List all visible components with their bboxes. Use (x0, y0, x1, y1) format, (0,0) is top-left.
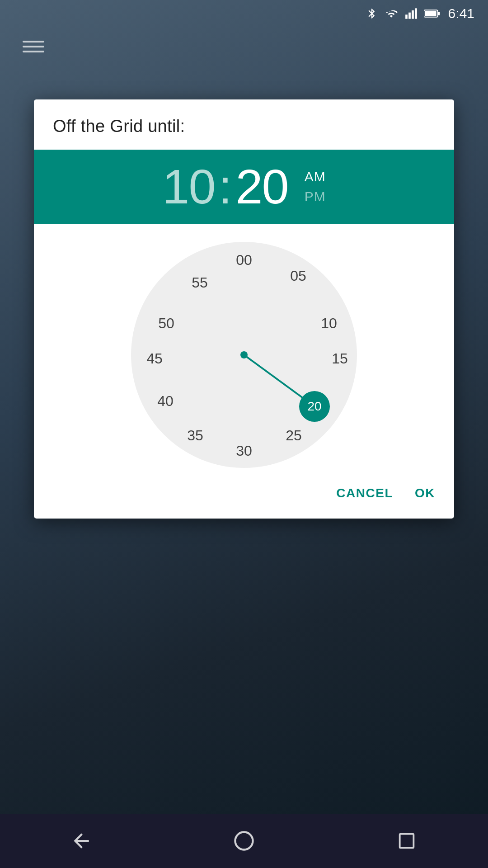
hamburger-line-2 (23, 46, 44, 47)
battery-icon (424, 8, 440, 19)
svg-rect-6 (438, 12, 440, 15)
time-minutes[interactable]: 20 (236, 162, 288, 211)
clock-container[interactable]: 00 05 10 15 20 25 30 35 40 45 50 55 (34, 224, 454, 477)
ok-button[interactable]: OK (415, 486, 435, 500)
recents-button[interactable] (393, 827, 420, 854)
selected-minute-dot[interactable]: 20 (299, 391, 330, 422)
status-time: 6:41 (448, 6, 474, 21)
pm-button[interactable]: PM (305, 189, 326, 205)
svg-rect-5 (425, 11, 436, 16)
signal-icon (405, 7, 418, 20)
selected-minute-value: 20 (307, 399, 321, 414)
dialog-header: Off the Grid until: (34, 99, 454, 150)
bluetooth-icon (366, 7, 378, 20)
clock-face[interactable]: 00 05 10 15 20 25 30 35 40 45 50 55 (131, 242, 357, 468)
hamburger-line-3 (23, 51, 44, 52)
svg-rect-0 (405, 14, 408, 19)
clock-hand-svg (131, 242, 357, 468)
svg-rect-3 (415, 8, 417, 19)
hamburger-line-1 (23, 41, 44, 42)
cancel-button[interactable]: CANCEL (336, 486, 393, 500)
svg-rect-1 (408, 13, 411, 19)
time-banner: 10 : 20 AM PM (34, 150, 454, 224)
ampm-container: AM PM (305, 169, 326, 205)
time-picker-dialog: Off the Grid until: 10 : 20 AM PM 00 05 … (34, 99, 454, 519)
home-button[interactable] (230, 827, 258, 854)
dialog-actions: CANCEL OK (34, 477, 454, 519)
status-icons (366, 7, 440, 20)
svg-rect-10 (400, 834, 414, 848)
svg-point-9 (235, 832, 253, 850)
time-display: 10 : 20 (162, 162, 288, 211)
time-colon: : (218, 162, 232, 211)
svg-rect-2 (412, 10, 414, 19)
wifi-icon (384, 8, 399, 19)
am-button[interactable]: AM (305, 169, 326, 185)
navigation-bar (0, 814, 488, 868)
status-bar: 6:41 (0, 0, 488, 27)
hamburger-menu[interactable] (23, 41, 44, 52)
dialog-title: Off the Grid until: (53, 117, 185, 136)
back-button[interactable] (68, 827, 95, 854)
time-hour[interactable]: 10 (162, 162, 215, 211)
